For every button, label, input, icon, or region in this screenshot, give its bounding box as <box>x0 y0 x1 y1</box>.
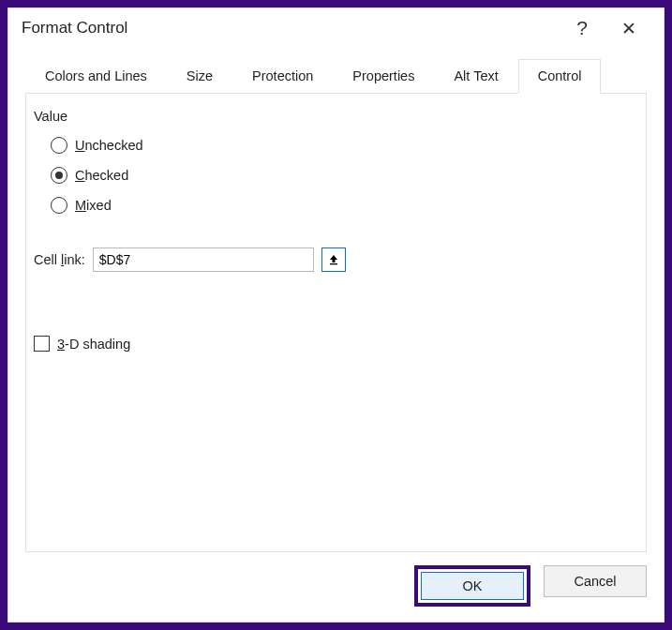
arrow-up-icon <box>327 253 340 266</box>
format-control-dialog: Format Control ? ✕ Colors and Lines Size… <box>7 8 665 622</box>
titlebar: Format Control ? ✕ <box>8 8 664 50</box>
checkbox-icon <box>34 336 50 352</box>
dialog-footer: OK Cancel <box>8 552 664 622</box>
help-button[interactable]: ? <box>560 12 604 44</box>
radio-checked-label: Checked <box>75 168 128 183</box>
tab-strip: Colors and Lines Size Protection Propert… <box>25 59 647 94</box>
value-section-label: Value <box>34 109 638 124</box>
shading-label: 3-D shading <box>57 337 130 352</box>
tab-protection[interactable]: Protection <box>232 59 333 94</box>
tab-colors-lines[interactable]: Colors and Lines <box>25 59 167 94</box>
radio-mixed-label: Mixed <box>75 198 112 213</box>
tab-size[interactable]: Size <box>167 59 232 94</box>
cell-link-label: Cell link: <box>34 252 85 267</box>
cancel-button[interactable]: Cancel <box>544 565 647 597</box>
radio-unchecked-label: Unchecked <box>75 138 143 153</box>
radio-button-icon <box>51 167 67 184</box>
radio-selected-dot <box>55 172 63 179</box>
shading-checkbox-row[interactable]: 3-D shading <box>34 336 638 352</box>
radio-checked[interactable]: Checked <box>51 167 638 184</box>
content-area: Colors and Lines Size Protection Propert… <box>8 50 664 552</box>
radio-unchecked[interactable]: Unchecked <box>51 137 638 154</box>
tab-control[interactable]: Control <box>518 59 602 94</box>
cell-link-input[interactable] <box>93 248 314 272</box>
ok-button[interactable]: OK <box>421 572 524 600</box>
dialog-title: Format Control <box>22 19 560 38</box>
tab-properties[interactable]: Properties <box>333 59 434 94</box>
ok-highlight: OK <box>414 565 530 607</box>
tab-alt-text[interactable]: Alt Text <box>434 59 517 94</box>
radio-mixed[interactable]: Mixed <box>51 197 638 214</box>
cell-link-row: Cell link: <box>34 248 638 272</box>
close-button[interactable]: ✕ <box>607 12 650 44</box>
radio-button-icon <box>51 137 67 154</box>
radio-button-icon <box>51 197 67 214</box>
svg-rect-0 <box>330 263 337 264</box>
control-panel: Value Unchecked Checked Mixed Cell link: <box>25 94 647 552</box>
refedit-collapse-button[interactable] <box>321 248 346 272</box>
